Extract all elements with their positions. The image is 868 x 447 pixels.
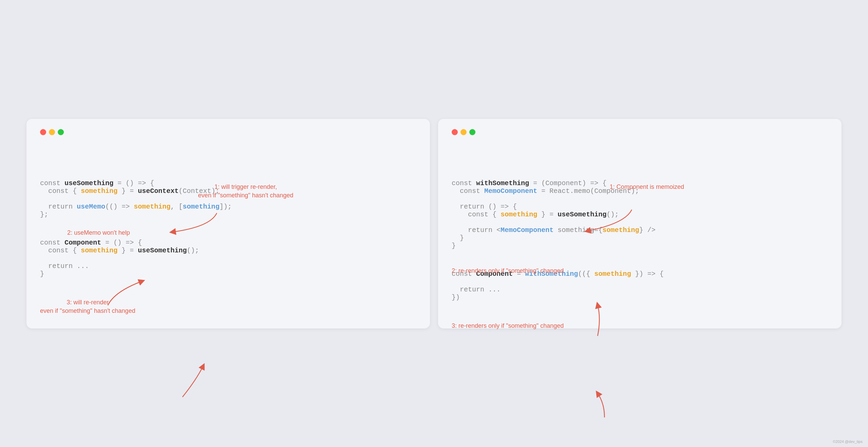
annotation-1-right: 1: Component is memoized [610,183,684,191]
annotation-1-left: 1: will trigger re-render,even if "somet… [198,183,293,200]
code-line: const { something } = useSomething(); [452,211,828,218]
code-line: return <MemoComponent something={somethi… [452,226,828,234]
arrow-3-left [40,356,416,407]
code-line: return ... [40,262,416,270]
code-line: } [40,270,416,278]
code-line: const { something } = useSomething(); [40,247,416,254]
code-line: } [452,242,828,250]
code-line: } [452,234,828,242]
traffic-lights-right [452,129,828,135]
code-line: const Component = () => { [40,239,416,247]
code-line [40,254,416,262]
annotation-2-left: 2: useMemo won't help [67,229,130,237]
code-line [452,195,828,203]
watermark: ©2024 @dev_tips [833,440,863,444]
annotation-3-right: 3: re-renders only if "something" change… [452,322,564,330]
minimize-icon[interactable] [460,129,467,135]
code-line: return useMemo(() => something, [somethi… [40,203,416,211]
left-panel: 1: will trigger re-render,even if "somet… [26,119,430,328]
panels-container: 1: will trigger re-render,even if "somet… [26,119,842,328]
code-block-2-left: const Component = () => { const { someth… [40,239,416,278]
annotation-2-right: 2: re-renders only if "something" change… [452,267,564,275]
code-line: }; [40,211,416,218]
code-line: return () => { [452,203,828,211]
maximize-icon[interactable] [58,129,64,135]
traffic-lights-left [40,129,416,135]
code-line: return ... [452,286,828,293]
maximize-icon[interactable] [469,129,475,135]
close-icon[interactable] [452,129,458,135]
close-icon[interactable] [40,129,46,135]
minimize-icon[interactable] [49,129,55,135]
code-line [452,278,828,286]
annotation-3-left: 3: will re-rendereven if "something" has… [40,298,135,315]
code-line: }) [452,293,828,301]
code-line [452,218,828,226]
arrow-3-right [452,390,828,431]
right-panel: 1: Component is memoized const withSomet… [438,119,842,328]
